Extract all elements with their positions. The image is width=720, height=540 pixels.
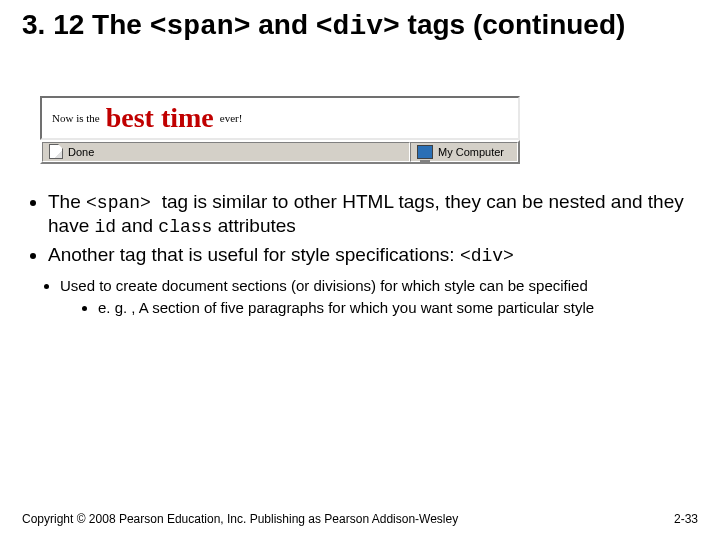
b1-pre: The bbox=[48, 191, 86, 212]
title-part2: and bbox=[250, 9, 315, 40]
title-part1: 3. 12 The bbox=[22, 9, 150, 40]
b2-pre: Another tag that is useful for style spe… bbox=[48, 244, 460, 265]
browser-viewport: Now is the best time ever! bbox=[40, 96, 520, 140]
b2-div-tag: <div> bbox=[460, 246, 514, 266]
computer-icon bbox=[417, 145, 433, 159]
highlighted-span: best time bbox=[106, 102, 214, 134]
status-right: My Computer bbox=[410, 142, 518, 162]
title-div-tag: <div> bbox=[316, 11, 400, 42]
bullet-4: e. g. , A section of five paragraphs for… bbox=[98, 299, 698, 318]
bullet-subsublist: e. g. , A section of five paragraphs for… bbox=[82, 299, 698, 318]
title-span-tag: <span> bbox=[150, 11, 251, 42]
b1-id: id bbox=[94, 217, 116, 237]
bullet-2: Another tag that is useful for style spe… bbox=[48, 243, 698, 268]
b4-text: e. g. , A section of five paragraphs for… bbox=[98, 299, 594, 316]
browser-statusbar: Done My Computer bbox=[40, 140, 520, 164]
b1-span-tag: <span> bbox=[86, 193, 162, 213]
b3-text: Used to create document sections (or div… bbox=[60, 277, 588, 294]
line-prefix: Now is the bbox=[52, 112, 100, 124]
bullet-list: The <span> tag is similar to other HTML … bbox=[34, 190, 698, 268]
status-done-label: Done bbox=[68, 146, 94, 158]
title-part3: tags bbox=[400, 9, 473, 40]
page-icon bbox=[49, 144, 63, 159]
title-suffix: (continued) bbox=[473, 9, 625, 40]
copyright: Copyright © 2008 Pearson Education, Inc.… bbox=[22, 512, 458, 526]
browser-window: Now is the best time ever! Done My Compu… bbox=[40, 96, 520, 164]
page-number: 2-33 bbox=[674, 512, 698, 526]
line-suffix: ever! bbox=[220, 112, 243, 124]
status-zone-label: My Computer bbox=[438, 146, 504, 158]
b1-class: class bbox=[158, 217, 212, 237]
footer: Copyright © 2008 Pearson Education, Inc.… bbox=[22, 512, 698, 526]
bullet-3: Used to create document sections (or div… bbox=[60, 277, 698, 318]
b1-and: and bbox=[116, 215, 158, 236]
bullet-1: The <span> tag is similar to other HTML … bbox=[48, 190, 698, 239]
slide-title: 3. 12 The <span> and <div> tags (continu… bbox=[22, 8, 698, 44]
bullet-sublist: Used to create document sections (or div… bbox=[44, 277, 698, 318]
status-left: Done bbox=[42, 142, 410, 162]
b1-post: attributes bbox=[212, 215, 295, 236]
